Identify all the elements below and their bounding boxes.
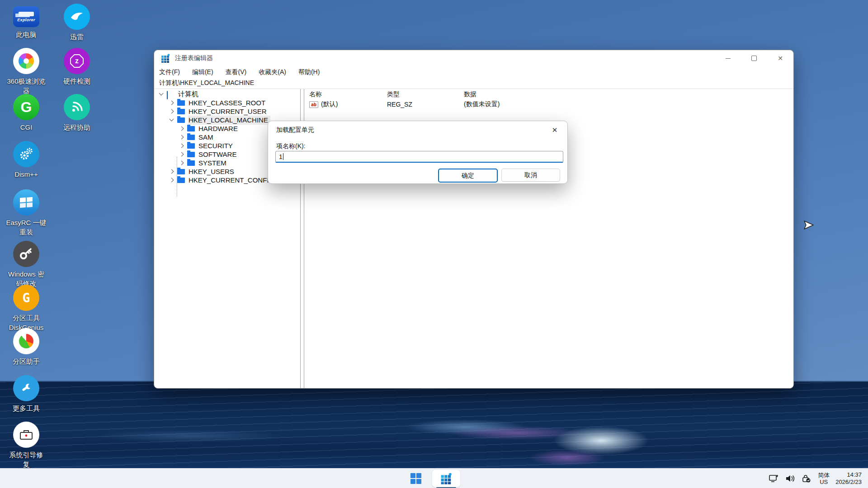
windows-logo-icon [410, 473, 422, 484]
folder-shape [19, 12, 34, 16]
taskbar-app-regedit[interactable] [432, 470, 460, 487]
chevron-right-icon[interactable] [178, 125, 185, 132]
desktop-icon-diskgenius[interactable]: G 分区工具 DiskGenius [0, 285, 52, 332]
folder-icon [177, 117, 185, 123]
column-header-type[interactable]: 类型 [387, 90, 464, 99]
chevron-right-icon[interactable] [168, 99, 175, 107]
address-path: 计算机\HKEY_LOCAL_MACHINE [159, 79, 254, 87]
desktop-icon-xunlei[interactable]: 迅雷 [51, 4, 103, 42]
g-glyph: G [21, 99, 32, 116]
computer-icon [167, 91, 175, 98]
regedit-app-icon [439, 472, 453, 485]
folder-icon [187, 126, 195, 131]
value-row-default[interactable]: ab (默认) REG_SZ (数值未设置) [304, 99, 793, 109]
360-browser-icon [13, 48, 39, 74]
pie-icon [13, 328, 39, 354]
input-method-indicator[interactable]: 简体 US [818, 472, 830, 485]
close-icon: ✕ [778, 55, 783, 61]
pinwheel-icon [19, 53, 34, 69]
title-bar[interactable]: 注册表编辑器 ✕ [154, 50, 793, 66]
bird-icon [70, 10, 84, 23]
g-glyph: G [23, 291, 30, 305]
desktop-icon-windows-password[interactable]: Windows 密 码修改 [0, 241, 52, 288]
input-value: 1 [279, 153, 283, 160]
desktop-icon-360-browser[interactable]: 360极速浏览 器 [0, 48, 52, 95]
desktop-icon-label: Dism++ [0, 169, 52, 179]
value-data: (数值未设置) [464, 100, 793, 108]
cgi-icon: G [13, 94, 39, 120]
value-type: REG_SZ [387, 101, 464, 108]
chevron-right-icon[interactable] [168, 168, 175, 175]
chevron-down-icon[interactable] [168, 117, 175, 124]
desktop-icon-dism[interactable]: Dism++ [0, 141, 52, 179]
chevron-right-icon[interactable] [178, 142, 185, 150]
flag-icon [19, 197, 33, 208]
maximize-button[interactable] [741, 50, 767, 66]
dialog-title: 加载配置单元 [276, 126, 314, 134]
tree-guide-line [177, 157, 177, 197]
chevron-right-icon[interactable] [168, 177, 175, 184]
system-tray: 简体 US 14:37 2026/2/23 [769, 469, 862, 488]
dism-gears-icon [13, 141, 39, 167]
desktop-icon-boot-repair[interactable]: 系统引导修 复 [0, 422, 52, 469]
tree-item-computer[interactable]: 计算机 [154, 90, 300, 99]
desktop-icon-label: CGI [0, 122, 52, 132]
folder-icon [177, 169, 185, 174]
desktop-icon-this-pc[interactable]: Explorer 此电脑 [0, 4, 52, 39]
desktop-icon-remote-assist[interactable]: 远程协助 [51, 94, 103, 132]
close-button[interactable]: ✕ [767, 50, 793, 66]
menu-help[interactable]: 帮助(H) [298, 68, 320, 76]
hardware-z-icon: z [64, 48, 90, 74]
folder-icon [187, 160, 195, 166]
chevron-right-icon[interactable] [178, 160, 185, 167]
key-name-input[interactable]: 1 [275, 151, 563, 163]
network-icon[interactable] [769, 474, 779, 483]
menu-favorites[interactable]: 收藏夹(A) [259, 68, 286, 76]
desktop-icon-easyrc[interactable]: EasyRC 一键 重装 [0, 189, 52, 237]
column-header-data[interactable]: 数据 [464, 90, 793, 99]
clock-date: 2026/2/23 [835, 479, 862, 486]
minimize-button[interactable] [715, 50, 741, 66]
folder-icon [187, 152, 195, 157]
security-lock-icon[interactable] [801, 474, 812, 483]
volume-icon[interactable] [785, 474, 796, 483]
taskbar: 简体 US 14:37 2026/2/23 [0, 468, 868, 488]
chevron-right-icon[interactable] [178, 134, 185, 141]
column-header-name[interactable]: 名称 [304, 90, 387, 99]
chevron-down-icon[interactable] [158, 91, 165, 98]
wallpaper-ocean [0, 382, 868, 468]
cancel-button[interactable]: 取消 [501, 169, 560, 182]
explorer-badge-text: Explorer [17, 18, 35, 22]
start-button[interactable] [406, 469, 426, 488]
tree-item-hkey-classes-root[interactable]: HKEY_CLASSES_ROOT [154, 99, 300, 107]
folder-icon [187, 143, 195, 149]
ime-language: 简体 [818, 472, 830, 479]
ok-button[interactable]: 确定 [438, 169, 498, 183]
desktop-icon-hardware-check[interactable]: z 硬件检测 [51, 48, 103, 86]
menu-file[interactable]: 文件(F) [159, 68, 180, 76]
regedit-app-icon [160, 53, 170, 63]
dialog-close-button[interactable]: ✕ [549, 125, 560, 136]
address-bar[interactable]: 计算机\HKEY_LOCAL_MACHINE [154, 78, 793, 89]
tray-icons [769, 474, 812, 483]
desktop-icon-partition-assistant[interactable]: 分区助手 [0, 328, 52, 366]
value-name: (默认) [321, 100, 338, 108]
menu-edit[interactable]: 编辑(E) [192, 68, 213, 76]
regedit-window: 注册表编辑器 ✕ 文件(F) 编辑(E) 查看(V) 收藏夹(A) 帮助(H) … [154, 50, 794, 389]
desktop-icon-label: EasyRC 一键 重装 [0, 218, 52, 237]
desktop-icon-label: 迅雷 [51, 32, 103, 42]
menu-view[interactable]: 查看(V) [226, 68, 247, 76]
pie-chart-shape [19, 334, 33, 348]
desktop-icon-label: 远程协助 [51, 122, 103, 132]
taskbar-clock[interactable]: 14:37 2026/2/23 [835, 471, 862, 486]
wrench-icon [13, 375, 39, 401]
folder-icon [187, 135, 195, 140]
chevron-right-icon[interactable] [168, 108, 175, 115]
taskbar-center [406, 469, 460, 488]
chevron-right-icon[interactable] [178, 151, 185, 158]
xunlei-bird-icon [64, 4, 90, 30]
list-header: 名称 类型 数据 [304, 89, 793, 99]
desktop-icon-more-tools[interactable]: 更多工具 [0, 375, 52, 413]
desktop-icon-cgi[interactable]: G CGI [0, 94, 52, 132]
tree-item-hkey-current-user[interactable]: HKEY_CURRENT_USER [154, 107, 300, 116]
